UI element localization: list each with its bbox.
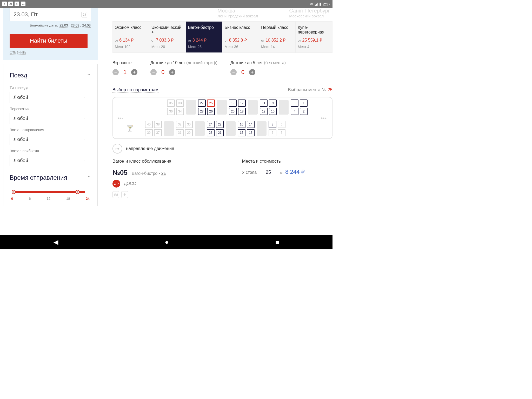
status-sd-icon: ▭ <box>21 2 25 6</box>
seat-position: У стола <box>242 170 257 175</box>
seat[interactable]: 13 <box>247 129 255 136</box>
child5-plus-button[interactable]: + <box>249 69 255 75</box>
class-price: от 7 033,3 ₽ <box>151 38 184 43</box>
class-seats: Мест 20 <box>151 45 184 49</box>
class-tab[interactable]: Вагон-бистро от 8 244 ₽ Мест 25 <box>186 22 223 52</box>
calendar-icon: 23 <box>82 12 87 17</box>
carrier-select[interactable]: Любой ⌄ <box>10 113 91 124</box>
status-app-icon: AI <box>8 2 13 6</box>
arr-station-select[interactable]: Любой ⌄ <box>10 155 91 166</box>
seat[interactable]: 14 <box>247 121 255 128</box>
train-filter-toggle[interactable]: Поезд ⌃ <box>10 64 91 82</box>
from-station: Ленинградский вокзал <box>217 14 258 18</box>
dep-station-label: Вокзал отправления <box>10 128 91 132</box>
seat: 39 <box>145 129 153 136</box>
seat[interactable]: 27 <box>198 99 206 107</box>
seat[interactable]: 15 <box>238 129 245 136</box>
time-slider[interactable] <box>10 191 91 193</box>
carrier-label: Перевозчик <box>10 107 91 111</box>
seat[interactable]: 3 <box>291 99 298 107</box>
home-button[interactable]: ● <box>165 238 169 246</box>
seat-map: 35333634272528261917201811912103142 ▸▸▸▸… <box>112 97 332 139</box>
seat[interactable]: 16 <box>238 121 245 128</box>
seat: 5 <box>278 129 285 136</box>
seat: 32 <box>176 121 184 128</box>
seat[interactable]: 28 <box>198 108 206 115</box>
seat[interactable]: 20 <box>229 108 237 115</box>
params-link[interactable]: Выбор по параметрам <box>112 87 158 93</box>
car-service-label: Вагон и класс обслуживания <box>112 159 203 164</box>
seat[interactable]: 4 <box>291 108 298 115</box>
search-button[interactable]: Найти билеты <box>10 34 88 48</box>
car-class: Вагон-бистро • 2Е <box>132 171 166 176</box>
seat[interactable]: 22 <box>216 121 224 128</box>
ac-icon: ❄ <box>121 191 128 198</box>
chevron-down-icon: ⌄ <box>83 117 87 120</box>
search-panel: 23.03, Пт 23 Ближайшие даты: 22.03, 23.0… <box>3 8 98 60</box>
direction-label: направление движения <box>126 146 174 151</box>
class-code-link[interactable]: 2Е <box>161 171 167 176</box>
seat-table <box>186 100 196 115</box>
seat-cost-label: Места и стоимость <box>242 159 333 164</box>
chevron-down-icon: ⌄ <box>83 96 87 99</box>
seat: 6 <box>278 121 285 128</box>
seat[interactable]: 19 <box>229 99 237 107</box>
chevron-up-icon: ⌃ <box>87 73 91 77</box>
date-input[interactable]: 23.03, Пт 23 <box>10 8 91 21</box>
seat[interactable]: 1 <box>300 99 308 107</box>
seat[interactable]: 12 <box>260 108 268 115</box>
seat[interactable]: 2 <box>300 108 308 115</box>
class-tab[interactable]: Бизнес класс от 8 352,8 ₽ Мест 36 <box>222 22 259 52</box>
adults-minus-button[interactable]: − <box>112 69 119 75</box>
child5-minus-button[interactable]: − <box>230 69 237 75</box>
recent-button[interactable]: ■ <box>275 238 279 246</box>
seat: 7 <box>269 129 276 136</box>
adults-plus-button[interactable]: + <box>131 69 137 75</box>
slider-thumb-min[interactable] <box>12 190 16 194</box>
seat[interactable]: 18 <box>238 108 246 115</box>
date-link[interactable]: 22.03 <box>59 23 68 28</box>
seat[interactable]: 21 <box>216 129 224 136</box>
dep-station-select[interactable]: Любой ⌄ <box>10 134 91 145</box>
seat-table <box>164 121 174 136</box>
from-city: Москва <box>217 8 258 14</box>
android-status-bar: A AI AI ▭ LTE ◢ ▮ 2:37 <box>0 0 332 8</box>
seat[interactable]: 24 <box>207 121 215 128</box>
class-tab[interactable]: Купе-переговорная от 25 559,1 ₽ Мест 4 <box>296 22 332 52</box>
child10-plus-button[interactable]: + <box>169 69 175 75</box>
class-seats: Мест 102 <box>115 45 147 49</box>
cancel-link[interactable]: Отменить <box>10 50 26 55</box>
date-link[interactable]: 23.03 <box>71 23 79 28</box>
seat[interactable]: 17 <box>238 99 246 107</box>
seat[interactable]: 23 <box>207 129 215 136</box>
seat[interactable]: 11 <box>260 99 268 107</box>
seat[interactable]: 26 <box>207 108 215 115</box>
seat: 38 <box>154 121 162 128</box>
slider-thumb-max[interactable] <box>75 190 79 194</box>
signal-icon: ◢ <box>315 2 318 6</box>
seat[interactable]: 9 <box>269 99 277 107</box>
seat-table <box>226 121 236 136</box>
status-app-icon: A <box>2 2 7 6</box>
seat[interactable]: 25 <box>207 99 215 107</box>
seat[interactable]: 10 <box>269 108 277 115</box>
seat-table <box>279 100 289 115</box>
class-seats: Мест 25 <box>188 45 220 49</box>
seat[interactable]: 8 <box>269 121 276 128</box>
class-name: Бизнес класс <box>224 25 257 35</box>
class-tab[interactable]: Экономический + от 7 033,3 ₽ Мест 20 <box>149 22 186 52</box>
class-tab[interactable]: Эконом класс от 6 134 ₽ Мест 102 <box>113 22 149 52</box>
chevron-down-icon: ⌄ <box>83 159 87 162</box>
seat: 37 <box>154 129 162 136</box>
time-filter-toggle[interactable]: Время отправления ⌃ <box>10 166 91 184</box>
seat: 30 <box>185 121 193 128</box>
child10-minus-button[interactable]: − <box>150 69 157 75</box>
chevron-down-icon: ⌄ <box>83 138 87 141</box>
clock: 2:37 <box>323 2 330 6</box>
seat: 33 <box>176 99 184 107</box>
train-type-select[interactable]: Любой ⌄ <box>10 92 91 103</box>
class-tab[interactable]: Первый класс от 10 852,2 ₽ Мест 14 <box>259 22 296 52</box>
doss-label: ДОСС <box>124 181 136 186</box>
back-button[interactable]: ◀ <box>54 238 58 246</box>
date-link[interactable]: 24.03 <box>82 23 91 28</box>
